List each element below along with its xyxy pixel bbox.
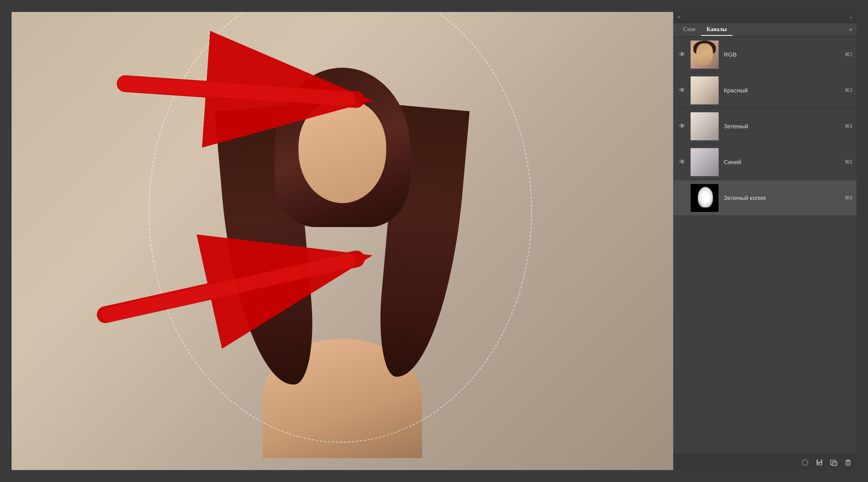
thumb-mask <box>690 184 719 212</box>
eye-icon-green-copy[interactable]: 👁 <box>678 193 687 203</box>
channel-shortcut-red: ⌘3 <box>844 87 852 93</box>
eye-icon-rgb[interactable]: 👁 <box>678 50 687 59</box>
channel-green[interactable]: 👁 Зеленый ⌘4 <box>674 108 856 144</box>
channel-name-green-copy: Зеленый копия <box>724 194 844 201</box>
thumb-green <box>690 112 719 141</box>
channel-green-copy[interactable]: 👁 Зеленый копия ⌘6 <box>674 180 856 216</box>
thumb-rgb <box>690 40 719 69</box>
channel-name-green: Зеленый <box>724 123 844 129</box>
svg-rect-10 <box>846 461 850 465</box>
thumb-blue <box>690 148 719 176</box>
channel-rgb[interactable]: 👁 RGB ⌘2 <box>674 37 856 72</box>
eye-icon-green[interactable]: 👁 <box>678 121 687 131</box>
eye-icon-blue[interactable]: 👁 <box>678 157 687 167</box>
channel-shortcut-green: ⌘4 <box>844 123 852 129</box>
svg-rect-7 <box>818 463 819 464</box>
channel-shortcut-rgb: ⌘2 <box>844 51 852 57</box>
svg-point-3 <box>802 460 808 465</box>
panel-toolbar <box>674 454 856 470</box>
delete-channel-icon[interactable] <box>844 458 852 467</box>
panel-menu-icon[interactable]: ≡ <box>849 26 852 33</box>
channel-shortcut-blue: ⌘5 <box>844 159 852 165</box>
new-channel-icon[interactable] <box>829 458 838 467</box>
close-button[interactable]: × <box>678 14 681 21</box>
channel-name-blue: Синий <box>724 159 844 165</box>
svg-rect-5 <box>818 460 821 462</box>
channels-list: 👁 RGB ⌘2 👁 Красный ⌘3 <box>674 37 856 454</box>
channel-name-rgb: RGB <box>724 51 844 58</box>
save-channel-icon[interactable] <box>815 458 824 467</box>
app-window: × « Слои Каналы ≡ 👁 RGB ⌘2 <box>12 12 856 470</box>
tab-layers[interactable]: Слои <box>678 24 701 36</box>
canvas-area <box>12 12 673 470</box>
channel-shortcut-green-copy: ⌘6 <box>844 195 852 201</box>
channels-panel: × « Слои Каналы ≡ 👁 RGB ⌘2 <box>673 12 856 470</box>
thumb-red <box>690 76 719 105</box>
photo-canvas <box>12 12 673 470</box>
channel-blue[interactable]: 👁 Синий ⌘5 <box>674 144 856 180</box>
person-figure <box>219 68 466 458</box>
svg-rect-9 <box>832 462 837 466</box>
eye-icon-red[interactable]: 👁 <box>678 86 687 95</box>
face-shape <box>298 100 386 203</box>
channel-name-red: Красный <box>724 87 844 94</box>
channel-red[interactable]: 👁 Красный ⌘3 <box>674 72 856 108</box>
tab-channels[interactable]: Каналы <box>701 24 732 36</box>
panel-tabs: Слои Каналы ≡ <box>674 23 856 37</box>
selection-circle-icon[interactable] <box>801 458 809 467</box>
collapse-button[interactable]: « <box>850 14 852 20</box>
panel-titlebar: × « <box>674 12 856 23</box>
